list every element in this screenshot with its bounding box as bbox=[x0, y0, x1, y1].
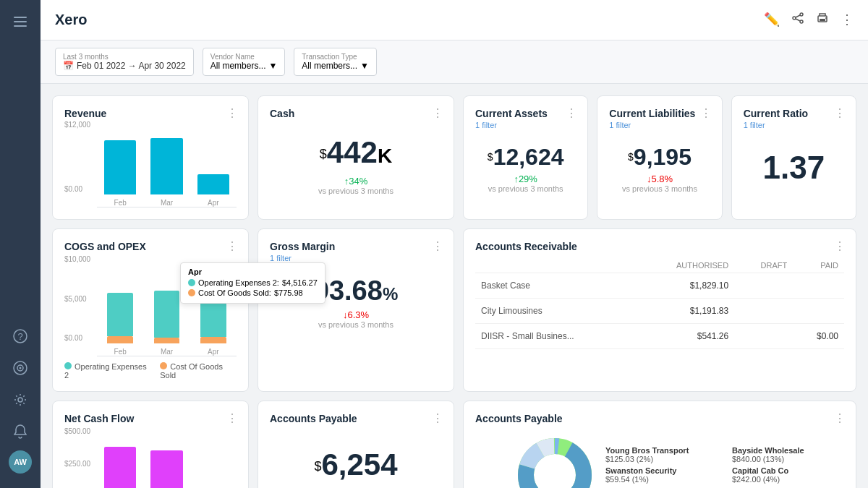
ap-small-amount: 6,254 bbox=[321, 448, 397, 481]
cogs-chart: $10,000 $5,000 $0.00 Apr Operating Expen… bbox=[64, 255, 237, 356]
revenue-bar-apr: Apr bbox=[197, 174, 229, 207]
donut-labels: Young Bros Transport $125.03 (2%) Baysid… bbox=[605, 446, 844, 488]
transaction-filter-label: Transaction Type bbox=[302, 53, 369, 61]
cash-trend: ↑34% bbox=[270, 176, 442, 187]
tooltip-cogs-label: Cost Of Goods Sold: bbox=[198, 288, 271, 297]
ncf-bar-mar: Mar bbox=[150, 450, 182, 488]
ncf-y-mid: $250.00 bbox=[64, 460, 90, 468]
current-liabilities-filter: 1 filter bbox=[609, 121, 710, 129]
cash-card: Cash ⋮ $442K ↑34% vs previous 3 months bbox=[258, 95, 454, 220]
share-icon[interactable] bbox=[791, 12, 804, 28]
cash-menu[interactable]: ⋮ bbox=[432, 106, 443, 120]
net-cash-chart: $500.00 $250.00 Feb Mar bbox=[64, 427, 237, 488]
date-filter[interactable]: Last 3 months 📅 Feb 01 2022 → Apr 30 202… bbox=[55, 48, 194, 76]
ar-col-name bbox=[475, 258, 637, 273]
current-assets-currency: $ bbox=[488, 151, 493, 163]
donut-label-4: Capital Cab Co $242.00 (4%) bbox=[732, 466, 844, 484]
ar-menu[interactable]: ⋮ bbox=[834, 239, 846, 253]
gross-margin-pct: % bbox=[383, 284, 398, 304]
donut-label-1: Young Bros Transport $125.03 (2%) bbox=[605, 446, 718, 463]
svg-rect-1 bbox=[14, 21, 27, 22]
edit-icon[interactable]: ✏️ bbox=[764, 12, 780, 28]
current-liabilities-card: Current Liabilities 1 filter ⋮ $9,195 ↓5… bbox=[597, 95, 722, 220]
small-cards: Current Assets 1 filter ⋮ $12,624 ↑29% v… bbox=[463, 95, 856, 220]
net-cash-flow-card: Net Cash Flow ⋮ $500.00 $250.00 Feb bbox=[52, 401, 249, 488]
tooltip-opex-dot bbox=[188, 279, 195, 286]
print-icon[interactable] bbox=[816, 12, 829, 28]
current-assets-trend: ↑29% bbox=[475, 174, 576, 184]
current-liabilities-value: $9,195 bbox=[609, 135, 710, 174]
cogs-bar-feb: Feb bbox=[104, 293, 136, 356]
svg-point-9 bbox=[800, 13, 803, 16]
net-cash-menu[interactable]: ⋮ bbox=[226, 411, 238, 425]
cogs-card: COGS and OPEX ⋮ $10,000 $5,000 $0.00 Apr… bbox=[52, 228, 249, 392]
current-liabilities-menu[interactable]: ⋮ bbox=[700, 106, 712, 120]
header-actions: ✏️ ⋮ bbox=[764, 12, 854, 28]
ar-col-draft: DRAFT bbox=[734, 258, 793, 273]
cogs-y-bot: $0.00 bbox=[64, 334, 90, 342]
cogs-legend-dot bbox=[160, 362, 167, 369]
gross-margin-card: Gross Margin 1 filter ⋮ 93.68% ↓6.3% vs … bbox=[258, 228, 454, 392]
ap-large-title: Accounts Payable bbox=[475, 413, 844, 424]
transaction-filter[interactable]: Transaction Type All members... ▼ bbox=[294, 48, 377, 76]
ar-col-paid: PAID bbox=[793, 258, 844, 273]
current-ratio-menu[interactable]: ⋮ bbox=[834, 106, 846, 120]
net-cash-title: Net Cash Flow bbox=[64, 413, 237, 424]
ncf-y-top: $500.00 bbox=[64, 427, 90, 435]
main-content: Xero ✏️ ⋮ Last 3 months 📅 Feb 01 2022 → … bbox=[41, 0, 868, 488]
ar-paid-1 bbox=[793, 273, 844, 299]
current-liabilities-trend: ↓5.8% bbox=[609, 174, 710, 184]
gross-margin-trend: ↓6.3% bbox=[270, 309, 442, 320]
svg-line-12 bbox=[796, 15, 800, 17]
ap-small-title: Accounts Payable bbox=[270, 413, 442, 424]
vendor-filter[interactable]: Vendor Name All members... ▼ bbox=[203, 48, 286, 76]
sidebar-toggle[interactable] bbox=[7, 9, 33, 35]
date-range-value: Feb 01 2022 → Apr 30 2022 bbox=[77, 61, 186, 71]
ar-name-2: City Limousines bbox=[475, 299, 637, 324]
cash-trend-label: vs previous 3 months bbox=[270, 187, 442, 195]
svg-text:?: ? bbox=[17, 331, 22, 342]
ar-paid-2 bbox=[793, 299, 844, 324]
svg-point-7 bbox=[20, 367, 22, 369]
current-ratio-filter: 1 filter bbox=[744, 121, 844, 129]
cogs-menu[interactable]: ⋮ bbox=[226, 239, 238, 253]
cogs-y-top: $10,000 bbox=[64, 255, 90, 263]
tooltip-opex-value: $4,516.27 bbox=[282, 278, 318, 287]
transaction-dropdown-icon: ▼ bbox=[360, 61, 369, 71]
ar-table: AUTHORISED DRAFT PAID Basket Case $1,829… bbox=[475, 258, 844, 349]
gross-margin-filter: 1 filter bbox=[270, 254, 442, 262]
svg-point-16 bbox=[825, 17, 827, 19]
current-assets-menu[interactable]: ⋮ bbox=[566, 106, 577, 120]
cogs-legend-label: Cost Of Goods Sold bbox=[160, 362, 223, 380]
settings-icon[interactable] bbox=[7, 387, 33, 413]
cash-currency: $ bbox=[320, 147, 327, 161]
ar-draft-1 bbox=[734, 273, 793, 299]
ap-small-value: $6,254 bbox=[270, 426, 442, 488]
tooltip-opex-label: Operating Expenses 2: bbox=[198, 278, 279, 287]
ap-large-menu[interactable]: ⋮ bbox=[834, 411, 846, 425]
avatar[interactable]: AW bbox=[9, 450, 32, 474]
filter-bar: Last 3 months 📅 Feb 01 2022 → Apr 30 202… bbox=[41, 40, 868, 84]
notifications-icon[interactable] bbox=[7, 419, 33, 445]
cogs-title: COGS and OPEX bbox=[64, 241, 237, 252]
gross-margin-menu[interactable]: ⋮ bbox=[432, 239, 443, 253]
sidebar: ? AW bbox=[0, 0, 41, 488]
ap-large-card: Accounts Payable ⋮ bbox=[463, 401, 856, 488]
current-assets-amount: 12,624 bbox=[493, 144, 564, 170]
current-assets-title: Current Assets bbox=[475, 108, 576, 119]
header: Xero ✏️ ⋮ bbox=[41, 0, 868, 40]
ap-small-menu[interactable]: ⋮ bbox=[432, 411, 443, 425]
ar-name-1: Basket Case bbox=[475, 273, 637, 299]
current-liabilities-amount: 9,195 bbox=[634, 144, 692, 170]
current-ratio-value: 1.37 bbox=[744, 135, 844, 200]
revenue-menu[interactable]: ⋮ bbox=[226, 106, 238, 120]
ar-title: Accounts Receivable bbox=[475, 241, 844, 252]
revenue-bar-feb: Feb bbox=[104, 140, 136, 207]
svg-point-11 bbox=[800, 20, 803, 23]
vendor-filter-label: Vendor Name bbox=[210, 53, 278, 61]
help-icon[interactable]: ? bbox=[7, 323, 33, 349]
current-ratio-card: Current Ratio 1 filter ⋮ 1.37 bbox=[731, 95, 856, 220]
analytics-icon[interactable] bbox=[7, 355, 33, 381]
more-icon[interactable]: ⋮ bbox=[841, 12, 854, 28]
ar-auth-1: $1,829.10 bbox=[637, 273, 735, 299]
